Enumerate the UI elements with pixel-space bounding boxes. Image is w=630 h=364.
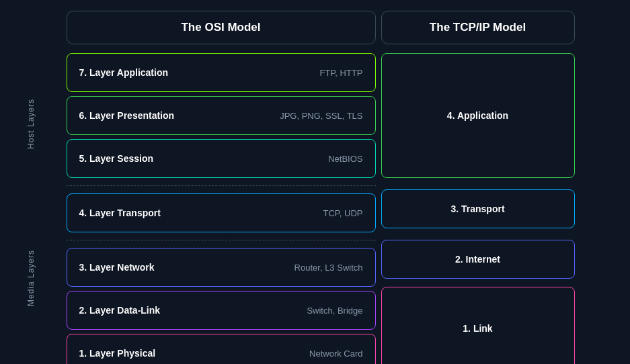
host-media-divider [67, 185, 376, 186]
layer-6-example: JPG, PNG, SSL, TLS [280, 111, 362, 121]
osi-header: The OSI Model [67, 11, 376, 44]
layer-physical: 1. Layer Physical Network Card [67, 334, 376, 364]
media-layers-label: Media Layers [26, 211, 36, 345]
tcp-transport-label: 3. Transport [450, 203, 504, 214]
osi-title: The OSI Model [181, 21, 260, 34]
layer-application: 7. Layer Application FTP, HTTP [67, 53, 376, 92]
layer-1-example: Network Card [309, 349, 362, 359]
tcp-header: The TCP/IP Model [381, 11, 575, 44]
tcp-internet: 2. Internet [381, 240, 575, 279]
layer-datalink: 2. Layer Data-Link Switch, Bridge [67, 291, 376, 330]
tcp-link: 1. Link [381, 287, 575, 364]
columns: 7. Layer Application FTP, HTTP 6. Layer … [67, 50, 618, 364]
layer-network: 3. Layer Network Router, L3 Switch [67, 248, 376, 287]
layer-3-name: 3. Layer Network [79, 262, 155, 273]
osi-column: 7. Layer Application FTP, HTTP 6. Layer … [67, 50, 376, 364]
layer-2-name: 2. Layer Data-Link [79, 305, 161, 316]
layer-7-example: FTP, HTTP [319, 68, 362, 78]
layer-1-name: 1. Layer Physical [79, 348, 156, 359]
layer-2-example: Switch, Bridge [307, 306, 362, 316]
diagram-container: The OSI Model The TCP/IP Model Host Laye… [13, 11, 618, 353]
layer-presentation: 6. Layer Presentation JPG, PNG, SSL, TLS [67, 96, 376, 135]
tcp-title: The TCP/IP Model [430, 21, 526, 34]
layer-6-name: 6. Layer Presentation [79, 110, 175, 121]
host-layers-label: Host Layers [26, 56, 36, 191]
layer-5-name: 5. Layer Session [79, 153, 154, 164]
side-labels: Host Layers Media Layers [13, 50, 67, 364]
tcp-application-label: 4. Application [447, 110, 508, 121]
layer-4-example: TCP, UDP [323, 208, 363, 218]
tcp-link-label: 1. Link [463, 323, 492, 334]
tcp-column: 4. Application 3. Transport 2. Internet … [381, 50, 575, 364]
layer-7-name: 7. Layer Application [79, 67, 169, 78]
tcp-transport: 3. Transport [381, 189, 575, 228]
tcp-internet-label: 2. Internet [455, 254, 500, 265]
transport-network-divider [67, 240, 376, 240]
tcp-spacer-1 [381, 182, 575, 185]
layer-4-name: 4. Layer Transport [79, 208, 161, 218]
layer-session: 5. Layer Session NetBIOS [67, 139, 376, 178]
layer-5-example: NetBIOS [328, 154, 362, 164]
layer-3-example: Router, L3 Switch [294, 263, 363, 273]
tcp-spacer-2 [381, 232, 575, 236]
header-row: The OSI Model The TCP/IP Model [67, 11, 618, 44]
content-area: Host Layers Media Layers 7. Layer Applic… [13, 50, 618, 364]
tcp-application: 4. Application [381, 53, 575, 178]
layer-transport: 4. Layer Transport TCP, UDP [67, 193, 376, 232]
